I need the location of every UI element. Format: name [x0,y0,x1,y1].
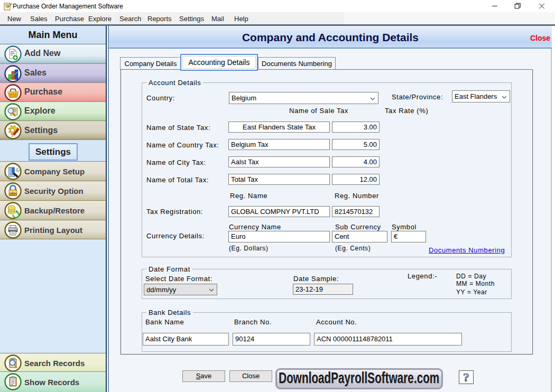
svg-text:?: ? [463,371,469,384]
svg-text:DownloadPayrollSoftware.com: DownloadPayrollSoftware.com [279,370,439,386]
